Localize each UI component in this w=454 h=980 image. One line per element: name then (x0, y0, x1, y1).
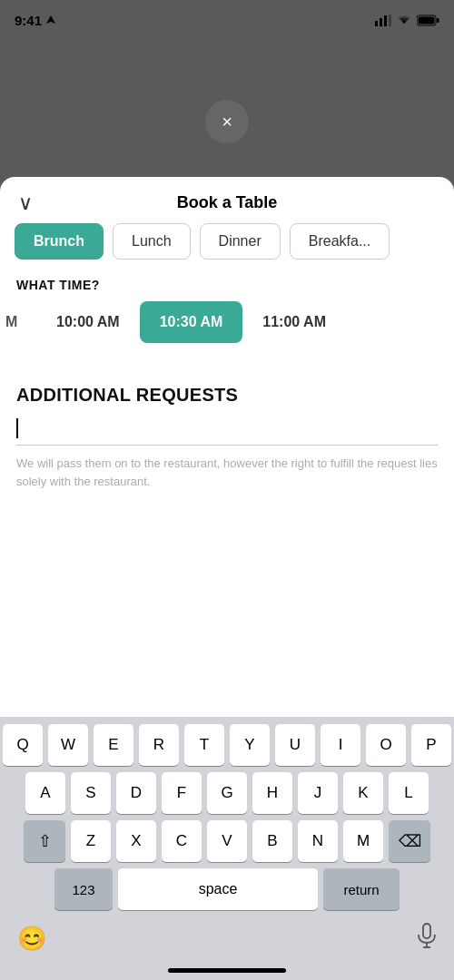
key-o[interactable]: O (366, 724, 406, 766)
key-l[interactable]: L (389, 772, 429, 814)
time-slots-container: M 10:00 AM 10:30 AM 11:00 AM (0, 301, 454, 352)
key-c[interactable]: C (162, 820, 202, 862)
key-s[interactable]: S (71, 772, 111, 814)
home-indicator (168, 968, 286, 973)
meal-tabs: Brunch Lunch Dinner Breakfa... (0, 223, 454, 260)
key-n[interactable]: N (298, 820, 338, 862)
key-a[interactable]: A (25, 772, 65, 814)
time-slot-partial: M (0, 301, 36, 343)
status-time: 9:41 (15, 13, 56, 28)
spacer (0, 352, 454, 368)
time-slot-1100am[interactable]: 11:00 AM (242, 301, 346, 343)
modal-sheet: ∨ Book a Table Brunch Lunch Dinner Break… (0, 177, 454, 980)
additional-requests-hint: We will pass them on to the restaurant, … (16, 455, 438, 490)
modal-title: Book a Table (177, 193, 278, 212)
key-v[interactable]: V (207, 820, 247, 862)
microphone-key[interactable] (417, 923, 437, 954)
modal-header: ∨ Book a Table (0, 177, 454, 223)
additional-requests-title: ADDITIONAL REQUESTS (16, 385, 438, 406)
space-key[interactable]: space (118, 868, 318, 910)
key-t[interactable]: T (184, 724, 224, 766)
key-f[interactable]: F (162, 772, 202, 814)
key-r[interactable]: R (139, 724, 179, 766)
microphone-icon (417, 923, 437, 948)
key-j[interactable]: J (298, 772, 338, 814)
status-bar: 9:41 (0, 0, 454, 40)
keyboard-row-1: Q W E R T Y U I O P (3, 724, 451, 766)
emoji-key[interactable]: 😊 (17, 925, 46, 953)
svg-rect-3 (384, 15, 387, 26)
svg-rect-2 (380, 18, 382, 26)
svg-rect-4 (389, 15, 391, 26)
meal-tab-breakfast[interactable]: Breakfa... (290, 223, 390, 260)
keyboard-row-3: ⇧ Z X C V B N M ⌫ (3, 820, 451, 862)
location-icon (45, 15, 56, 26)
time-slot-1030am[interactable]: 10:30 AM (140, 301, 243, 343)
key-z[interactable]: Z (71, 820, 111, 862)
backspace-key[interactable]: ⌫ (389, 820, 430, 862)
emoji-mic-row: 😊 (3, 917, 451, 965)
key-h[interactable]: H (252, 772, 292, 814)
additional-requests-section: ADDITIONAL REQUESTS We will pass them on… (0, 368, 454, 490)
meal-tab-lunch[interactable]: Lunch (113, 223, 191, 260)
chevron-down-icon[interactable]: ∨ (18, 191, 33, 215)
time-slot-1000am[interactable]: 10:00 AM (36, 301, 140, 343)
key-e[interactable]: E (94, 724, 133, 766)
key-d[interactable]: D (116, 772, 156, 814)
shift-key[interactable]: ⇧ (24, 820, 65, 862)
svg-rect-6 (437, 18, 439, 23)
numbers-key[interactable]: 123 (54, 868, 113, 910)
close-icon: × (222, 113, 232, 131)
time-section-label: WHAT TIME? (0, 260, 454, 301)
key-y[interactable]: Y (230, 724, 270, 766)
return-key[interactable]: return (323, 868, 400, 910)
svg-marker-0 (46, 15, 55, 24)
text-cursor (16, 418, 18, 438)
close-button[interactable]: × (205, 100, 249, 143)
meal-tab-brunch[interactable]: Brunch (15, 223, 104, 260)
wifi-icon (397, 15, 411, 26)
keyboard: Q W E R T Y U I O P A S D F G H J K L ⇧ … (0, 717, 454, 980)
svg-rect-1 (375, 21, 378, 26)
key-q[interactable]: Q (3, 724, 43, 766)
key-k[interactable]: K (343, 772, 383, 814)
signal-icon (375, 15, 391, 26)
key-i[interactable]: I (321, 724, 360, 766)
key-m[interactable]: M (343, 820, 383, 862)
keyboard-row-2: A S D F G H J K L (3, 772, 451, 814)
svg-rect-7 (419, 16, 435, 24)
battery-icon (417, 15, 439, 26)
status-icons (375, 15, 439, 26)
additional-requests-input-area[interactable] (16, 416, 438, 446)
key-u[interactable]: U (275, 724, 315, 766)
key-w[interactable]: W (48, 724, 88, 766)
keyboard-row-4: 123 space return (3, 868, 451, 917)
key-x[interactable]: X (116, 820, 156, 862)
time-text: 9:41 (15, 13, 42, 28)
svg-rect-8 (423, 924, 430, 938)
key-g[interactable]: G (207, 772, 247, 814)
meal-tab-dinner[interactable]: Dinner (200, 223, 281, 260)
key-b[interactable]: B (252, 820, 292, 862)
key-p[interactable]: P (411, 724, 451, 766)
